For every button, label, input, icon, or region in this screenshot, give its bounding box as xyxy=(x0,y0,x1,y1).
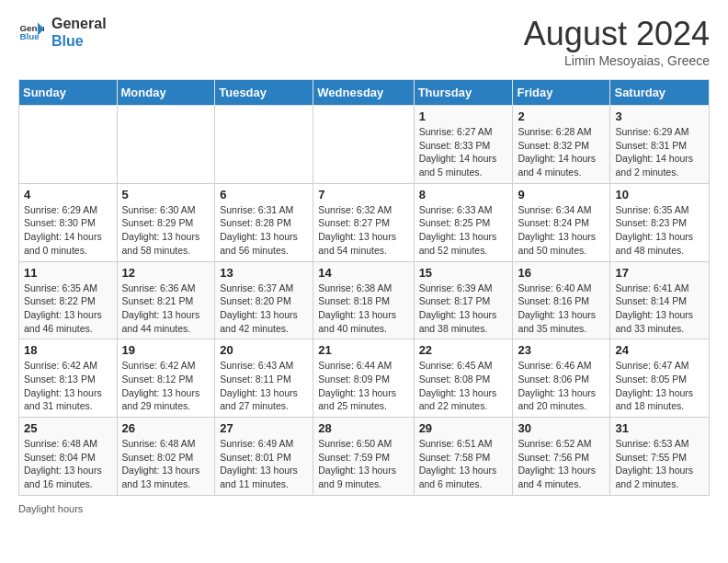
main-title: August 2024 xyxy=(524,15,710,53)
logo-icon: General Blue xyxy=(18,19,44,45)
day-info: Sunrise: 6:42 AMSunset: 8:12 PMDaylight:… xyxy=(122,359,210,413)
day-cell xyxy=(313,106,414,184)
day-info: Sunrise: 6:46 AMSunset: 8:06 PMDaylight:… xyxy=(518,359,605,413)
day-info: Sunrise: 6:48 AMSunset: 8:02 PMDaylight:… xyxy=(122,437,210,491)
day-cell: 19Sunrise: 6:42 AMSunset: 8:12 PMDayligh… xyxy=(117,339,215,418)
day-info: Sunrise: 6:35 AMSunset: 8:23 PMDaylight:… xyxy=(615,203,704,258)
day-cell: 24Sunrise: 6:47 AMSunset: 8:05 PMDayligh… xyxy=(610,339,710,418)
day-info: Sunrise: 6:45 AMSunset: 8:08 PMDaylight:… xyxy=(419,359,508,413)
day-cell: 13Sunrise: 6:37 AMSunset: 8:20 PMDayligh… xyxy=(215,261,313,339)
day-number: 9 xyxy=(518,188,605,201)
header-cell-wednesday: Wednesday xyxy=(313,80,414,106)
day-cell: 23Sunrise: 6:46 AMSunset: 8:06 PMDayligh… xyxy=(513,339,610,418)
day-info: Sunrise: 6:50 AMSunset: 7:59 PMDaylight:… xyxy=(318,437,408,491)
header-cell-saturday: Saturday xyxy=(610,80,710,106)
header-cell-friday: Friday xyxy=(513,80,610,106)
day-number: 1 xyxy=(419,109,508,123)
day-number: 27 xyxy=(220,421,308,435)
day-cell: 14Sunrise: 6:38 AMSunset: 8:18 PMDayligh… xyxy=(313,261,414,339)
day-cell: 5Sunrise: 6:30 AMSunset: 8:29 PMDaylight… xyxy=(117,183,215,261)
subtitle: Limin Mesoyaias, Greece xyxy=(524,53,710,68)
day-info: Sunrise: 6:40 AMSunset: 8:16 PMDaylight:… xyxy=(518,282,605,336)
day-cell: 10Sunrise: 6:35 AMSunset: 8:23 PMDayligh… xyxy=(610,183,710,261)
day-info: Sunrise: 6:38 AMSunset: 8:18 PMDaylight:… xyxy=(318,282,408,336)
day-number: 25 xyxy=(24,421,112,435)
header-row: SundayMondayTuesdayWednesdayThursdayFrid… xyxy=(19,80,710,106)
day-info: Sunrise: 6:36 AMSunset: 8:21 PMDaylight:… xyxy=(122,282,210,336)
logo: General Blue General Blue xyxy=(18,15,107,50)
logo-line2: Blue xyxy=(51,32,107,50)
day-info: Sunrise: 6:53 AMSunset: 7:55 PMDaylight:… xyxy=(615,437,704,491)
day-number: 7 xyxy=(318,188,408,201)
day-cell xyxy=(117,106,215,184)
day-info: Sunrise: 6:39 AMSunset: 8:17 PMDaylight:… xyxy=(419,282,508,336)
week-row-3: 11Sunrise: 6:35 AMSunset: 8:22 PMDayligh… xyxy=(19,261,710,339)
day-info: Sunrise: 6:33 AMSunset: 8:25 PMDaylight:… xyxy=(419,203,508,258)
week-row-1: 1Sunrise: 6:27 AMSunset: 8:33 PMDaylight… xyxy=(19,106,710,184)
day-cell: 28Sunrise: 6:50 AMSunset: 7:59 PMDayligh… xyxy=(313,418,414,496)
day-number: 21 xyxy=(318,343,408,357)
day-info: Sunrise: 6:42 AMSunset: 8:13 PMDaylight:… xyxy=(24,359,112,413)
day-cell: 18Sunrise: 6:42 AMSunset: 8:13 PMDayligh… xyxy=(19,339,118,418)
day-number: 19 xyxy=(122,343,210,357)
day-info: Sunrise: 6:44 AMSunset: 8:09 PMDaylight:… xyxy=(318,359,408,413)
day-number: 3 xyxy=(615,109,704,123)
day-cell: 7Sunrise: 6:32 AMSunset: 8:27 PMDaylight… xyxy=(313,183,414,261)
day-number: 26 xyxy=(122,421,210,435)
day-number: 24 xyxy=(615,343,704,357)
day-number: 31 xyxy=(615,421,704,435)
day-cell: 22Sunrise: 6:45 AMSunset: 8:08 PMDayligh… xyxy=(414,339,513,418)
day-number: 18 xyxy=(24,343,112,357)
header: General Blue General Blue August 2024 Li… xyxy=(18,15,710,68)
header-cell-sunday: Sunday xyxy=(19,80,118,106)
day-cell: 3Sunrise: 6:29 AMSunset: 8:31 PMDaylight… xyxy=(610,106,710,184)
day-info: Sunrise: 6:34 AMSunset: 8:24 PMDaylight:… xyxy=(518,203,605,258)
day-cell: 12Sunrise: 6:36 AMSunset: 8:21 PMDayligh… xyxy=(117,261,215,339)
day-cell: 30Sunrise: 6:52 AMSunset: 7:56 PMDayligh… xyxy=(513,418,610,496)
day-cell: 29Sunrise: 6:51 AMSunset: 7:58 PMDayligh… xyxy=(414,418,513,496)
day-cell: 8Sunrise: 6:33 AMSunset: 8:25 PMDaylight… xyxy=(414,183,513,261)
day-number: 29 xyxy=(419,421,508,435)
day-cell: 25Sunrise: 6:48 AMSunset: 8:04 PMDayligh… xyxy=(19,418,118,496)
day-number: 8 xyxy=(419,188,508,201)
day-cell: 2Sunrise: 6:28 AMSunset: 8:32 PMDaylight… xyxy=(513,106,610,184)
day-number: 23 xyxy=(518,343,605,357)
day-cell xyxy=(215,106,313,184)
day-cell: 11Sunrise: 6:35 AMSunset: 8:22 PMDayligh… xyxy=(19,261,118,339)
day-cell: 4Sunrise: 6:29 AMSunset: 8:30 PMDaylight… xyxy=(19,183,118,261)
day-number: 28 xyxy=(318,421,408,435)
day-info: Sunrise: 6:51 AMSunset: 7:58 PMDaylight:… xyxy=(419,437,508,491)
day-info: Sunrise: 6:29 AMSunset: 8:30 PMDaylight:… xyxy=(24,203,112,258)
day-number: 2 xyxy=(518,109,605,123)
day-cell xyxy=(19,106,118,184)
day-cell: 20Sunrise: 6:43 AMSunset: 8:11 PMDayligh… xyxy=(215,339,313,418)
day-cell: 27Sunrise: 6:49 AMSunset: 8:01 PMDayligh… xyxy=(215,418,313,496)
day-number: 17 xyxy=(615,266,704,280)
day-number: 13 xyxy=(220,266,308,280)
calendar-table: SundayMondayTuesdayWednesdayThursdayFrid… xyxy=(18,79,710,496)
header-cell-tuesday: Tuesday xyxy=(215,80,313,106)
day-info: Sunrise: 6:28 AMSunset: 8:32 PMDaylight:… xyxy=(518,125,605,179)
day-info: Sunrise: 6:41 AMSunset: 8:14 PMDaylight:… xyxy=(615,282,704,336)
day-info: Sunrise: 6:31 AMSunset: 8:28 PMDaylight:… xyxy=(220,203,308,258)
day-number: 4 xyxy=(24,188,112,201)
day-number: 5 xyxy=(122,188,210,201)
week-row-5: 25Sunrise: 6:48 AMSunset: 8:04 PMDayligh… xyxy=(19,418,710,496)
day-cell: 16Sunrise: 6:40 AMSunset: 8:16 PMDayligh… xyxy=(513,261,610,339)
day-info: Sunrise: 6:43 AMSunset: 8:11 PMDaylight:… xyxy=(220,359,308,413)
header-cell-monday: Monday xyxy=(117,80,215,106)
day-info: Sunrise: 6:48 AMSunset: 8:04 PMDaylight:… xyxy=(24,437,112,491)
day-info: Sunrise: 6:32 AMSunset: 8:27 PMDaylight:… xyxy=(318,203,408,258)
header-cell-thursday: Thursday xyxy=(414,80,513,106)
logo-line1: General xyxy=(51,15,107,32)
day-cell: 21Sunrise: 6:44 AMSunset: 8:09 PMDayligh… xyxy=(313,339,414,418)
day-number: 11 xyxy=(24,266,112,280)
day-info: Sunrise: 6:30 AMSunset: 8:29 PMDaylight:… xyxy=(122,203,210,258)
day-number: 12 xyxy=(122,266,210,280)
day-number: 22 xyxy=(419,343,508,357)
day-cell: 9Sunrise: 6:34 AMSunset: 8:24 PMDaylight… xyxy=(513,183,610,261)
day-info: Sunrise: 6:35 AMSunset: 8:22 PMDaylight:… xyxy=(24,282,112,336)
day-info: Sunrise: 6:37 AMSunset: 8:20 PMDaylight:… xyxy=(220,282,308,336)
day-cell: 26Sunrise: 6:48 AMSunset: 8:02 PMDayligh… xyxy=(117,418,215,496)
day-info: Sunrise: 6:27 AMSunset: 8:33 PMDaylight:… xyxy=(419,125,508,179)
